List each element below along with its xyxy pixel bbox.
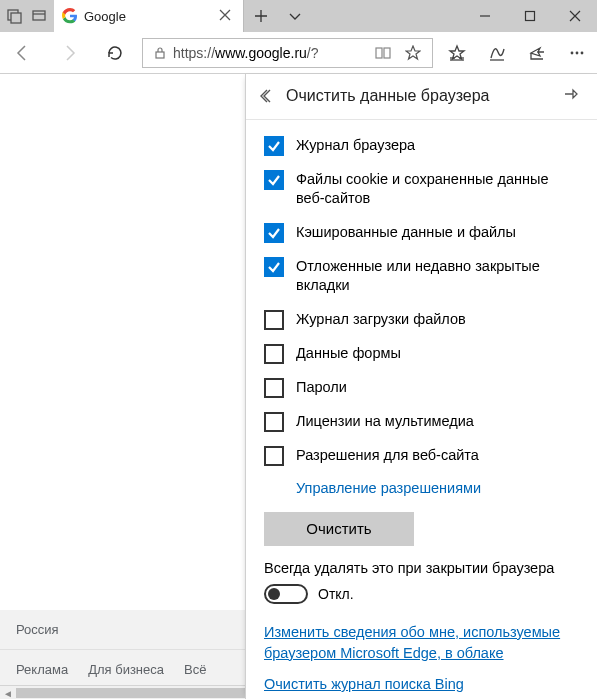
- panel-header: Очистить данные браузера: [246, 74, 597, 120]
- back-button[interactable]: [0, 32, 46, 74]
- checkbox[interactable]: [264, 378, 284, 398]
- checkbox-label: Журнал браузера: [296, 136, 415, 156]
- panel-body: Журнал браузераФайлы cookie и сохраненны…: [246, 120, 597, 699]
- checkbox-label: Кэшированные данные и файлы: [296, 223, 516, 243]
- tab-aside-icon[interactable]: [6, 7, 24, 25]
- manage-permissions-link[interactable]: Управление разрешениями: [296, 480, 579, 496]
- svg-point-15: [581, 51, 584, 54]
- cloud-info-link[interactable]: Изменить сведения обо мне, используемые …: [264, 622, 579, 664]
- maximize-button[interactable]: [507, 0, 552, 32]
- svg-point-14: [576, 51, 579, 54]
- tab-close-icon[interactable]: [219, 9, 233, 23]
- footer-link[interactable]: Реклама: [16, 662, 68, 677]
- title-bar: Google: [0, 0, 597, 32]
- browser-tab[interactable]: Google: [54, 0, 244, 32]
- checkbox-label: Разрешения для веб-сайта: [296, 446, 479, 466]
- checkbox[interactable]: [264, 170, 284, 190]
- google-favicon-icon: [62, 8, 78, 24]
- checkbox-row: Пароли: [264, 378, 579, 398]
- checkbox[interactable]: [264, 223, 284, 243]
- checkbox-row: Разрешения для веб-сайта: [264, 446, 579, 466]
- clear-button[interactable]: Очистить: [264, 512, 414, 546]
- scroll-left-icon[interactable]: ◄: [0, 686, 16, 699]
- pin-icon[interactable]: [563, 88, 583, 104]
- checkbox-label: Файлы cookie и сохраненные данные веб-са…: [296, 170, 579, 209]
- checkbox[interactable]: [264, 412, 284, 432]
- checkbox-label: Журнал загрузки файлов: [296, 310, 466, 330]
- checkbox-row: Журнал браузера: [264, 136, 579, 156]
- checkbox-row: Журнал загрузки файлов: [264, 310, 579, 330]
- checkbox-label: Пароли: [296, 378, 347, 398]
- checkbox[interactable]: [264, 136, 284, 156]
- more-icon[interactable]: [557, 32, 597, 74]
- new-tab-button[interactable]: [244, 0, 278, 32]
- always-delete-label: Всегда удалять это при закрытии браузера: [264, 560, 579, 576]
- notes-icon[interactable]: [477, 32, 517, 74]
- address-bar-row: https://www.google.ru/?: [0, 32, 597, 74]
- bing-history-link[interactable]: Очистить журнал поиска Bing: [264, 674, 579, 695]
- svg-rect-5: [525, 12, 534, 21]
- svg-rect-7: [376, 48, 382, 58]
- checkbox[interactable]: [264, 446, 284, 466]
- checkbox-label: Лицензии на мультимедиа: [296, 412, 474, 432]
- refresh-button[interactable]: [92, 32, 138, 74]
- url-text: https://www.google.ru/?: [173, 45, 368, 61]
- panel-title: Очистить данные браузера: [286, 87, 563, 105]
- checkbox-row: Кэшированные данные и файлы: [264, 223, 579, 243]
- tab-title: Google: [84, 9, 213, 24]
- checkbox[interactable]: [264, 257, 284, 277]
- tab-preview-icon[interactable]: [30, 7, 48, 25]
- panel-back-icon[interactable]: [256, 88, 280, 104]
- checkbox-row: Отложенные или недавно закрытые вкладки: [264, 257, 579, 296]
- checkbox-label: Отложенные или недавно закрытые вкладки: [296, 257, 579, 296]
- checkbox-row: Данные формы: [264, 344, 579, 364]
- favorites-hub-icon[interactable]: [437, 32, 477, 74]
- checkbox[interactable]: [264, 310, 284, 330]
- tab-actions-icon[interactable]: [278, 0, 312, 32]
- address-box[interactable]: https://www.google.ru/?: [142, 38, 433, 68]
- close-window-button[interactable]: [552, 0, 597, 32]
- svg-point-13: [571, 51, 574, 54]
- footer-link[interactable]: Всё: [184, 662, 206, 677]
- always-delete-toggle[interactable]: [264, 584, 308, 604]
- toggle-state-label: Откл.: [318, 586, 354, 602]
- svg-rect-2: [33, 11, 45, 20]
- svg-rect-1: [11, 13, 21, 23]
- checkbox-row: Файлы cookie и сохраненные данные веб-са…: [264, 170, 579, 209]
- svg-rect-8: [384, 48, 390, 58]
- checkbox-label: Данные формы: [296, 344, 401, 364]
- minimize-button[interactable]: [462, 0, 507, 32]
- favorite-star-icon[interactable]: [398, 45, 428, 61]
- checkbox-row: Лицензии на мультимедиа: [264, 412, 579, 432]
- clear-data-panel: Очистить данные браузера Журнал браузера…: [245, 74, 597, 699]
- reading-view-icon[interactable]: [368, 45, 398, 61]
- svg-rect-6: [156, 52, 164, 58]
- footer-link[interactable]: Для бизнеса: [88, 662, 164, 677]
- share-icon[interactable]: [517, 32, 557, 74]
- checkbox[interactable]: [264, 344, 284, 364]
- lock-icon: [147, 46, 173, 60]
- forward-button[interactable]: [46, 32, 92, 74]
